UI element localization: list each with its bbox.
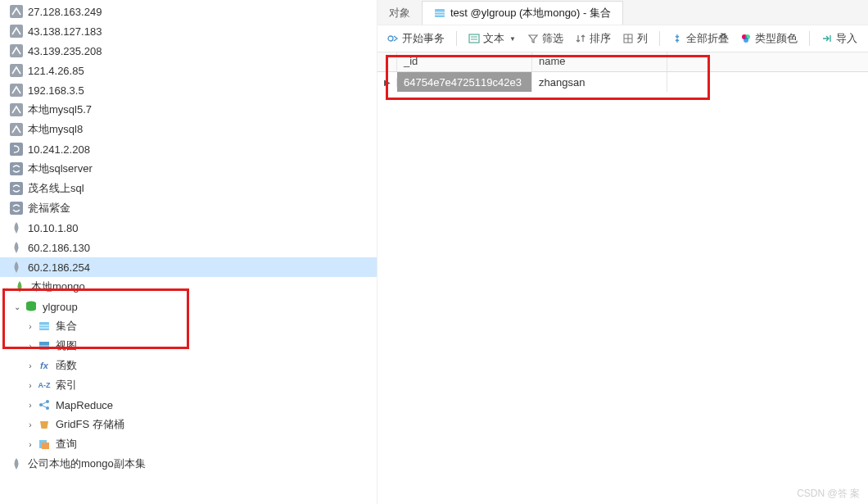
connection-tree: 27.128.163.249 43.138.127.183 43.139.235… bbox=[0, 0, 377, 504]
server-item[interactable]: 本地mysql5.7 bbox=[0, 100, 377, 120]
table-row[interactable]: ▶ 64754e7e4725119c42e3 zhangsan bbox=[377, 72, 868, 92]
server-label: 公司本地的mongo副本集 bbox=[28, 456, 146, 471]
tree-label: 视图 bbox=[56, 338, 77, 353]
row-indicator-icon: ▶ bbox=[377, 78, 397, 87]
tree-gridfs[interactable]: ›GridFS 存储桶 bbox=[0, 415, 377, 434]
tree-view[interactable]: ›视图 bbox=[0, 336, 377, 356]
mysql-icon bbox=[10, 44, 23, 57]
svg-rect-3 bbox=[10, 64, 23, 77]
column-header-name[interactable]: name bbox=[532, 52, 667, 71]
svg-line-20 bbox=[41, 402, 47, 405]
tree-function[interactable]: ›fx函数 bbox=[0, 356, 377, 375]
app-root: 27.128.163.249 43.138.127.183 43.139.235… bbox=[0, 0, 868, 504]
server-label: 瓮福紫金 bbox=[28, 201, 70, 216]
sort-icon bbox=[575, 33, 586, 44]
chevron-right-icon[interactable]: › bbox=[25, 340, 36, 352]
chevron-right-icon[interactable]: › bbox=[25, 320, 36, 332]
row-header-corner bbox=[377, 52, 397, 71]
text-button[interactable]: 文本▼ bbox=[463, 29, 521, 48]
server-item[interactable]: 茂名线上sql bbox=[0, 179, 377, 198]
collapse-all-button[interactable]: 全部折叠 bbox=[667, 29, 734, 48]
mongo-icon bbox=[10, 221, 23, 234]
svg-rect-9 bbox=[10, 182, 23, 195]
server-item[interactable]: 43.138.127.183 bbox=[0, 21, 377, 41]
server-item[interactable]: 公司本地的mongo副本集 bbox=[0, 454, 377, 474]
server-label: 茂名线上sql bbox=[28, 181, 84, 196]
server-label: 10.241.2.208 bbox=[28, 143, 90, 156]
database-icon bbox=[25, 300, 38, 313]
collapse-icon bbox=[671, 33, 683, 44]
import-icon bbox=[821, 33, 833, 44]
mysql-icon bbox=[10, 123, 23, 136]
server-label: 本地mongo bbox=[31, 279, 85, 294]
cell-name[interactable]: zhangsan bbox=[532, 72, 667, 92]
server-item[interactable]: 192.168.3.5 bbox=[0, 80, 377, 100]
svg-rect-1 bbox=[10, 25, 23, 38]
svg-point-27 bbox=[388, 36, 393, 41]
type-colors-button[interactable]: 类型颜色 bbox=[735, 29, 802, 48]
chevron-right-icon[interactable]: › bbox=[25, 438, 36, 450]
collection-icon bbox=[434, 7, 445, 19]
server-label: 本地mysql8 bbox=[28, 122, 83, 137]
server-item[interactable]: 本地sqlserver bbox=[0, 159, 377, 179]
watermark: CSDN @答 案 bbox=[797, 487, 860, 501]
server-item[interactable]: 43.139.235.208 bbox=[0, 41, 377, 61]
server-item[interactable]: 121.4.26.85 bbox=[0, 61, 377, 80]
database-item[interactable]: ⌄ylgroup bbox=[0, 297, 377, 316]
db-label: ylgroup bbox=[43, 301, 78, 313]
tab-objects[interactable]: 对象 bbox=[377, 2, 422, 25]
svg-line-21 bbox=[41, 405, 47, 408]
import-button[interactable]: 导入 bbox=[816, 29, 862, 48]
chevron-right-icon[interactable]: › bbox=[25, 399, 36, 411]
tree-index[interactable]: ›A-Z索引 bbox=[0, 375, 377, 395]
server-item[interactable]: 10.10.1.80 bbox=[0, 218, 377, 238]
filter-icon bbox=[527, 33, 539, 44]
tree-collection[interactable]: ›集合 bbox=[0, 316, 377, 336]
sort-button[interactable]: 排序 bbox=[570, 29, 616, 48]
chevron-right-icon[interactable]: › bbox=[25, 419, 36, 430]
mongo-icon bbox=[13, 280, 26, 293]
chevron-down-icon[interactable]: ⌄ bbox=[11, 301, 23, 312]
server-item[interactable]: 本地mysql8 bbox=[0, 120, 377, 139]
server-item[interactable]: 27.128.163.249 bbox=[0, 2, 377, 21]
svg-rect-4 bbox=[10, 84, 23, 97]
mysql-icon bbox=[10, 25, 23, 38]
begin-transaction-button[interactable]: 开始事务 bbox=[382, 29, 450, 48]
data-grid: _id name ▶ 64754e7e4725119c42e3 zhangsan bbox=[377, 52, 868, 92]
chevron-down-icon[interactable]: ⌄ bbox=[0, 281, 11, 293]
server-label: 192.168.3.5 bbox=[28, 84, 84, 97]
columns-button[interactable]: 列 bbox=[617, 29, 653, 48]
chevron-right-icon[interactable]: › bbox=[25, 360, 36, 371]
tree-label: GridFS 存储桶 bbox=[56, 417, 124, 432]
chevron-right-icon[interactable]: › bbox=[25, 379, 36, 391]
svg-rect-12 bbox=[39, 322, 49, 330]
server-item[interactable]: 10.241.2.208 bbox=[0, 139, 377, 159]
mongo-icon bbox=[10, 261, 23, 274]
sqlserver-icon bbox=[10, 162, 23, 175]
server-item[interactable]: 瓮福紫金 bbox=[0, 198, 377, 218]
tree-mapreduce[interactable]: ›MapReduce bbox=[0, 395, 377, 415]
grid-icon bbox=[622, 33, 634, 44]
column-header-id[interactable]: _id bbox=[397, 52, 532, 71]
svg-rect-23 bbox=[42, 443, 49, 449]
mysql-icon bbox=[10, 5, 23, 18]
mysql-icon bbox=[10, 103, 23, 116]
svg-rect-5 bbox=[10, 103, 23, 116]
server-item[interactable]: ⌄本地mongo bbox=[0, 277, 377, 297]
server-label: 本地sqlserver bbox=[28, 161, 93, 176]
tab-collection[interactable]: test @ylgroup (本地mongo) - 集合 bbox=[422, 1, 623, 25]
server-item[interactable]: 60.2.186.254 bbox=[0, 257, 377, 277]
filter-button[interactable]: 筛选 bbox=[522, 29, 568, 48]
cell-id[interactable]: 64754e7e4725119c42e3 bbox=[397, 72, 532, 92]
divider bbox=[456, 31, 457, 46]
svg-rect-8 bbox=[10, 162, 23, 175]
tab-label: test @ylgroup (本地mongo) - 集合 bbox=[450, 6, 611, 20]
tree-label: 查询 bbox=[56, 437, 77, 452]
server-item[interactable]: 60.2.186.130 bbox=[0, 238, 377, 257]
server-label: 60.2.186.130 bbox=[28, 242, 90, 254]
sqlserver-icon bbox=[10, 182, 23, 195]
tab-bar: 对象 test @ylgroup (本地mongo) - 集合 bbox=[377, 0, 868, 25]
mapreduce-icon bbox=[38, 398, 51, 411]
tree-query[interactable]: ›查询 bbox=[0, 434, 377, 454]
query-icon bbox=[38, 438, 51, 451]
